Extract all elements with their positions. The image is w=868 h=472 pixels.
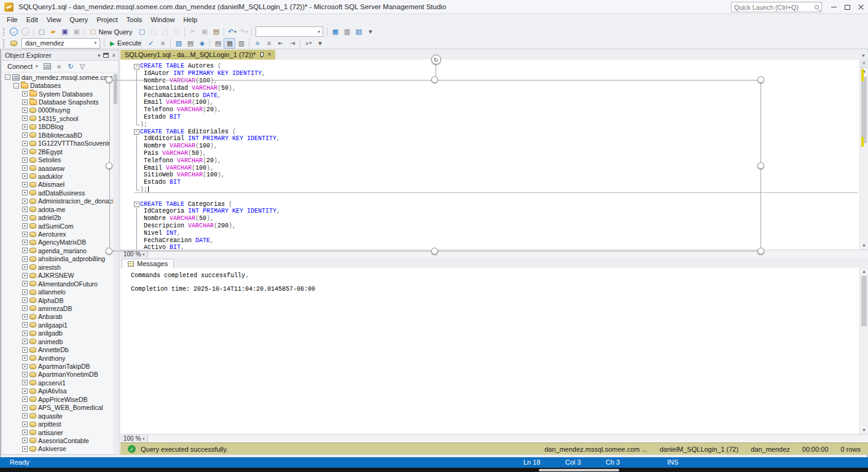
tree-item[interactable]: +agenda_mariano	[2, 246, 113, 254]
scroll-up-icon[interactable]: ▲	[860, 268, 868, 275]
tree-expander-expand-icon[interactable]: +	[22, 372, 28, 377]
scroll-down-icon[interactable]: ▼	[860, 427, 868, 434]
tree-item[interactable]: +AJKRSNEW	[2, 272, 113, 280]
code-line[interactable]: -CREATE TABLE Autores (	[134, 63, 858, 70]
tree-item[interactable]: +aquasite	[2, 412, 113, 420]
new-file-icon[interactable]: ▢	[36, 26, 47, 37]
scrollbar-thumb[interactable]	[861, 276, 867, 326]
undo-icon[interactable]: ↶▾	[226, 26, 238, 37]
tree-expander-expand-icon[interactable]: +	[22, 281, 28, 286]
tree-expander-expand-icon[interactable]: +	[22, 100, 28, 105]
results-to-text-icon[interactable]: ▤	[212, 38, 224, 49]
close-button[interactable]	[854, 0, 868, 14]
menu-view[interactable]: View	[42, 14, 66, 26]
tree-item[interactable]: +Annthony	[2, 354, 113, 362]
tree-expander-collapse-icon[interactable]: -	[14, 83, 19, 88]
tree-expander-collapse-icon[interactable]: -	[5, 74, 10, 80]
tree-expander-expand-icon[interactable]: +	[22, 339, 28, 344]
tree-expander-expand-icon[interactable]: +	[22, 289, 28, 295]
connect-database-icon[interactable]	[8, 38, 20, 49]
zoom-control[interactable]: 100 % ▾	[120, 435, 148, 443]
menu-edit[interactable]: Edit	[22, 14, 42, 26]
chevron-down-icon[interactable]: ▾	[98, 53, 100, 58]
tree-expander-expand-icon[interactable]: +	[22, 240, 28, 245]
tree-item[interactable]: +System Databases	[2, 90, 113, 98]
tree-item[interactable]: +AsesoriaContable	[2, 436, 113, 444]
tree-expander-expand-icon[interactable]: +	[22, 413, 28, 419]
tree-expander-expand-icon[interactable]: +	[22, 182, 28, 187]
messages-tab[interactable]: Messages	[122, 259, 174, 268]
paste-icon[interactable]: ▤	[210, 26, 222, 37]
parse-query-icon[interactable]: ✓	[145, 38, 157, 49]
combo-dropdown-icon[interactable]: ▾	[92, 41, 100, 45]
tree-expander-expand-icon[interactable]: +	[22, 364, 28, 369]
rotation-handle[interactable]: ↻	[431, 55, 441, 65]
display-estimated-plan-icon[interactable]: ▧	[173, 38, 184, 49]
tree-item[interactable]: +Setoiles	[2, 155, 113, 163]
tree-item[interactable]: +Database Snapshots	[2, 98, 113, 106]
new-query-button[interactable]: ▢New Query	[87, 26, 136, 37]
tree-item[interactable]: +0000huyng	[2, 106, 113, 114]
tree-item[interactable]: +Administracion_de_donacio	[2, 197, 113, 205]
tree-item[interactable]: +aaduklor	[2, 172, 113, 180]
deploy-icon[interactable]: ▦	[329, 26, 341, 37]
tree-item[interactable]: +1BibliotecaaBD	[2, 131, 113, 139]
disconnect-icon[interactable]	[42, 61, 53, 72]
tree-expander-expand-icon[interactable]: +	[22, 248, 28, 253]
tree-item[interactable]: +artisaner	[2, 428, 113, 436]
tree-item[interactable]: +AgencyMatrixDB	[2, 238, 113, 246]
document-tab[interactable]: SQLQuery1.sql - da...M_SQLLogin_1 (72))*…	[120, 50, 275, 60]
quick-launch-input[interactable]: Quick Launch (Ctrl+Q)	[731, 2, 822, 12]
selection-handle-middle-right[interactable]	[757, 162, 764, 169]
selection-handle-top-center[interactable]	[431, 76, 438, 83]
tree-expander-expand-icon[interactable]: +	[22, 355, 28, 361]
menu-help[interactable]: Help	[179, 14, 201, 26]
selection-handle-bottom-left[interactable]	[106, 248, 112, 254]
tab-close-icon[interactable]: ×	[267, 52, 271, 58]
execute-button[interactable]: ▶Execute	[106, 38, 145, 49]
editor-scrollbar[interactable]: + ▲ ▼	[859, 60, 868, 250]
tree-item[interactable]: +Askiverse	[2, 445, 113, 453]
tree-item[interactable]: +anilgadb	[2, 329, 113, 337]
tree-expander-expand-icon[interactable]: +	[22, 347, 28, 353]
tree-item[interactable]: +2BEgypt	[2, 148, 113, 155]
tree-expander-expand-icon[interactable]: +	[22, 264, 28, 270]
tree-expander-expand-icon[interactable]: +	[22, 116, 28, 121]
tree-item[interactable]: +ApiAtivIsa	[2, 387, 113, 395]
find-combo[interactable]: ▾	[256, 26, 323, 37]
tree-expander-expand-icon[interactable]: +	[22, 380, 28, 385]
open-file-icon[interactable]: ▰	[47, 26, 59, 37]
tree-item[interactable]: +APS_WEB_Bomedical	[2, 404, 113, 412]
scrollbar-splitter[interactable]: +	[860, 60, 868, 68]
tree-expander-expand-icon[interactable]: +	[22, 273, 28, 278]
selection-handle-bottom-right[interactable]	[757, 248, 764, 254]
tree-expander-expand-icon[interactable]: +	[22, 124, 28, 130]
menu-window[interactable]: Window	[146, 14, 179, 26]
tree-expander-expand-icon[interactable]: +	[22, 206, 28, 212]
tree-item[interactable]: +animedb	[2, 337, 113, 345]
tree-item[interactable]: -Databases	[2, 81, 113, 89]
tree-expander-expand-icon[interactable]: +	[22, 331, 28, 336]
tree-item[interactable]: +Abismael	[2, 181, 113, 189]
tree-item[interactable]: +allanmelo	[2, 288, 113, 296]
uncomment-selection-icon[interactable]: ≡	[263, 38, 275, 49]
tree-item[interactable]: +AnnetteDb	[2, 345, 113, 353]
fold-collapse-icon[interactable]: -	[134, 64, 139, 69]
tree-item[interactable]: +Anbarab	[2, 313, 113, 321]
selection-handle-top-right[interactable]	[757, 76, 764, 83]
tree-expander-expand-icon[interactable]: +	[22, 165, 28, 171]
scroll-down-icon[interactable]: ▼	[860, 242, 868, 250]
tree-expander-expand-icon[interactable]: +	[22, 141, 28, 146]
tree-item[interactable]: +Aeroturex	[2, 230, 113, 238]
selection-handle-middle-left[interactable]	[106, 162, 112, 169]
combo-dropdown-icon[interactable]: ▾	[315, 30, 323, 34]
tree-expander-expand-icon[interactable]: +	[22, 149, 28, 154]
maximize-button[interactable]	[840, 0, 854, 14]
tree-item[interactable]: +1BDBlog	[2, 123, 113, 131]
tree-expander-expand-icon[interactable]: +	[22, 305, 28, 311]
tree-item[interactable]: +adDataBusiness	[2, 189, 113, 197]
auto-hide-pin-icon[interactable]	[103, 53, 109, 58]
tree-expander-expand-icon[interactable]: +	[22, 223, 28, 229]
tree-item[interactable]: +aaaswsw	[2, 164, 113, 172]
new-database-engine-query-icon[interactable]: ▢	[136, 26, 147, 37]
